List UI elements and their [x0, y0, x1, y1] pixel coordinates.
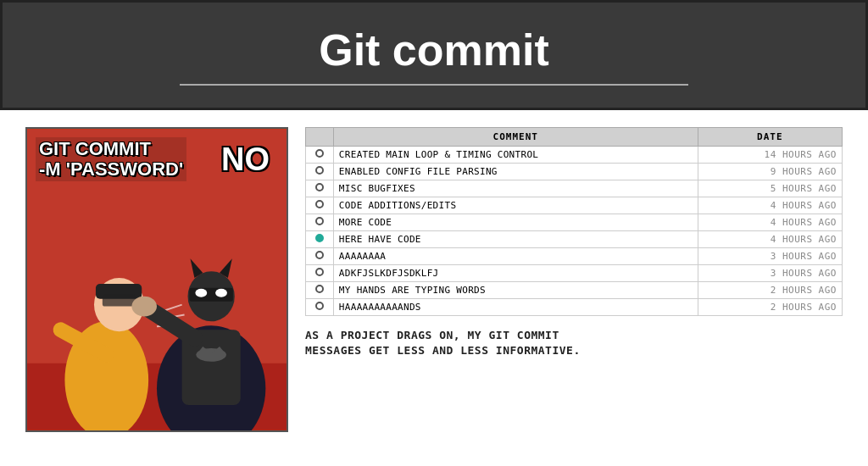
- table-row: MY HANDS ARE TYPING WORDS2 HOURS AGO: [306, 282, 843, 299]
- commit-date: 3 HOURS AGO: [698, 265, 842, 282]
- commit-date: 2 HOURS AGO: [698, 299, 842, 316]
- svg-rect-6: [103, 295, 136, 307]
- commit-dot: [315, 251, 324, 259]
- svg-point-17: [215, 289, 227, 297]
- dot-cell: [306, 248, 334, 265]
- table-row: ADKFJSLKDFJSDKLFJ3 HOURS AGO: [306, 265, 843, 282]
- table-row: CODE ADDITIONS/EDITS4 HOURS AGO: [306, 197, 843, 214]
- date-column-header: DATE: [698, 128, 842, 147]
- table-row: MORE CODE4 HOURS AGO: [306, 214, 843, 231]
- commit-date: 4 HOURS AGO: [698, 214, 842, 231]
- commit-date: 9 HOURS AGO: [698, 164, 842, 180]
- comment-column-header: COMMENT: [333, 128, 698, 147]
- commit-dot: [315, 234, 324, 242]
- commit-comment: MISC BUGFIXES: [333, 180, 698, 197]
- dot-cell: [306, 197, 334, 214]
- table-row: AAAAAAAA3 HOURS AGO: [306, 248, 843, 265]
- commit-comment: ENABLED CONFIG FILE PARSING: [333, 164, 698, 180]
- header-underline: [180, 84, 688, 86]
- meme-no-text: NO: [221, 141, 270, 178]
- commit-date: 3 HOURS AGO: [698, 248, 842, 265]
- dot-cell: [306, 265, 334, 282]
- commit-comment: MORE CODE: [333, 214, 698, 231]
- header: Git commit: [0, 0, 868, 110]
- dot-cell: [306, 147, 334, 164]
- commit-comment: CODE ADDITIONS/EDITS: [333, 197, 698, 214]
- git-panel: COMMENT DATE CREATED MAIN LOOP & TIMING …: [305, 127, 843, 362]
- commit-comment: MY HANDS ARE TYPING WORDS: [333, 282, 698, 299]
- dot-cell: [306, 282, 334, 299]
- commit-comment: ADKFJSLKDFJSDKLFJ: [333, 265, 698, 282]
- table-header-row: COMMENT DATE: [306, 128, 843, 147]
- commit-dot: [315, 302, 324, 310]
- git-table: COMMENT DATE CREATED MAIN LOOP & TIMING …: [305, 127, 843, 316]
- dot-column-header: [306, 128, 334, 147]
- commit-date: 4 HOURS AGO: [698, 231, 842, 248]
- commit-comment: AAAAAAAA: [333, 248, 698, 265]
- dot-cell: [306, 214, 334, 231]
- commit-dot: [315, 285, 324, 293]
- table-row: HAAAAAAAAAANDS2 HOURS AGO: [306, 299, 843, 316]
- svg-point-16: [195, 289, 207, 297]
- dot-cell: [306, 231, 334, 248]
- dot-cell: [306, 180, 334, 197]
- table-row: MISC BUGFIXES5 HOURS AGO: [306, 180, 843, 197]
- commit-date: 14 HOURS AGO: [698, 147, 842, 164]
- commit-date: 5 HOURS AGO: [698, 180, 842, 197]
- page-title: Git commit: [319, 25, 549, 75]
- commit-dot: [315, 183, 324, 191]
- commit-dot: [315, 268, 324, 276]
- commit-comment: HERE HAVE CODE: [333, 231, 698, 248]
- main-content: GIT COMMIT-M 'PASSWORD' NO COMMENT DATE …: [0, 110, 868, 466]
- commit-date: 4 HOURS AGO: [698, 197, 842, 214]
- caption-line2: MESSAGES GET LESS AND LESS INFORMATIVE.: [305, 344, 581, 357]
- dot-cell: [306, 299, 334, 316]
- dot-cell: [306, 164, 334, 180]
- meme-top-left-text: GIT COMMIT-M 'PASSWORD': [36, 137, 186, 181]
- commit-comment: CREATED MAIN LOOP & TIMING CONTROL: [333, 147, 698, 164]
- table-row: HERE HAVE CODE4 HOURS AGO: [306, 231, 843, 248]
- commit-comment: HAAAAAAAAAANDS: [333, 299, 698, 316]
- commit-dot: [315, 166, 324, 175]
- commit-dot: [315, 149, 324, 158]
- commit-date: 2 HOURS AGO: [698, 282, 842, 299]
- commit-dot: [315, 217, 324, 225]
- svg-point-21: [131, 297, 157, 317]
- commit-dot: [315, 200, 324, 208]
- caption-line1: AS A PROJECT DRAGS ON, MY GIT COMMIT: [305, 329, 559, 341]
- table-row: ENABLED CONFIG FILE PARSING9 HOURS AGO: [306, 164, 843, 180]
- meme-panel: GIT COMMIT-M 'PASSWORD' NO: [25, 127, 288, 432]
- table-row: CREATED MAIN LOOP & TIMING CONTROL14 HOU…: [306, 147, 843, 164]
- git-caption: AS A PROJECT DRAGS ON, MY GIT COMMIT MES…: [305, 325, 843, 362]
